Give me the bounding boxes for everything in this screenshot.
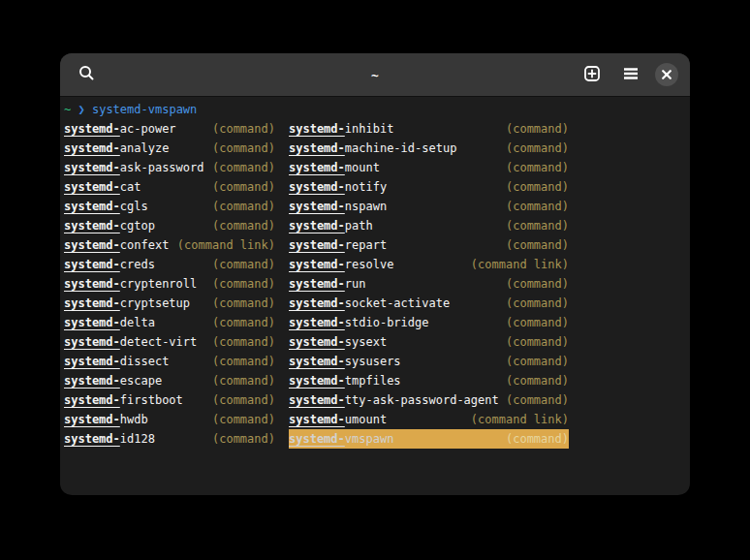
completion-item: systemd-confext(command link) (64, 235, 275, 255)
terminal-screen[interactable]: ~ ❯ systemd-vmspawn systemd-ac-power(com… (60, 97, 690, 494)
completion-row: systemd-cgtop(command)systemd-path(comma… (64, 216, 686, 235)
completion-item: systemd-detect-virt(command) (64, 332, 275, 352)
completion-item: systemd-umount(command link) (289, 410, 569, 429)
completion-item: systemd-tmpfiles(command) (289, 371, 569, 390)
completion-row: systemd-detect-virt(command)systemd-syse… (64, 332, 686, 352)
completion-row: systemd-cgls(command)systemd-nspawn(comm… (64, 197, 686, 216)
menu-icon (623, 67, 639, 83)
completion-list: systemd-ac-power(command)systemd-inhibit… (64, 119, 686, 449)
completion-item: systemd-analyze(command) (64, 139, 275, 158)
new-tab-button[interactable] (578, 60, 607, 89)
completion-item: systemd-notify(command) (289, 177, 569, 197)
new-tab-icon (583, 65, 601, 85)
menu-button[interactable] (616, 60, 645, 89)
completion-row: systemd-confext(command link)systemd-rep… (64, 235, 686, 255)
completion-item: systemd-nspawn(command) (289, 197, 569, 216)
terminal-window: ~ (60, 53, 690, 495)
completion-item: systemd-firstboot(command) (64, 390, 275, 410)
completion-item: systemd-repart(command) (289, 235, 569, 255)
close-icon (662, 68, 672, 82)
completion-row: systemd-cat(command)systemd-notify(comma… (64, 177, 686, 197)
completion-row: systemd-hwdb(command)systemd-umount(comm… (64, 410, 686, 429)
completion-row: systemd-escape(command)systemd-tmpfiles(… (64, 371, 686, 390)
completion-item: systemd-dissect(command) (64, 352, 275, 371)
completion-row: systemd-dissect(command)systemd-sysusers… (64, 352, 686, 371)
completion-item: systemd-sysusers(command) (289, 352, 569, 371)
completion-item: systemd-cgls(command) (64, 197, 275, 216)
completion-item: systemd-inhibit(command) (289, 119, 569, 139)
completion-item: systemd-hwdb(command) (64, 410, 275, 429)
completion-row: systemd-delta(command)systemd-stdio-brid… (64, 313, 686, 332)
completion-item: systemd-machine-id-setup(command) (289, 139, 569, 158)
completion-item-selected: systemd-vmspawn(command) (289, 429, 569, 449)
completion-item: systemd-cryptenroll(command) (64, 274, 275, 294)
completion-row: systemd-cryptenroll(command)systemd-run(… (64, 274, 686, 294)
search-button[interactable] (72, 60, 101, 89)
completion-item: systemd-tty-ask-password-agent(command) (289, 390, 569, 410)
close-button[interactable] (655, 63, 678, 86)
completion-item: systemd-mount(command) (289, 158, 569, 177)
completion-item: systemd-path(command) (289, 216, 569, 235)
completion-row: systemd-ac-power(command)systemd-inhibit… (64, 119, 686, 139)
completion-item: systemd-cgtop(command) (64, 216, 275, 235)
prompt-input: systemd-vmspawn (92, 103, 197, 116)
completion-row: systemd-creds(command)systemd-resolve(co… (64, 255, 686, 274)
completion-row: systemd-firstboot(command)systemd-tty-as… (64, 390, 686, 410)
prompt-line: ~ ❯ systemd-vmspawn (64, 100, 686, 119)
completion-item: systemd-cat(command) (64, 177, 275, 197)
completion-item: systemd-escape(command) (64, 371, 275, 390)
headerbar: ~ (60, 53, 690, 97)
completion-row: systemd-cryptsetup(command)systemd-socke… (64, 294, 686, 313)
prompt-symbol: ❯ (78, 103, 84, 116)
completion-item: systemd-resolve(command link) (289, 255, 569, 274)
completion-item: systemd-sysext(command) (289, 332, 569, 352)
completion-item: systemd-creds(command) (64, 255, 275, 274)
search-icon (78, 65, 95, 84)
completion-row: systemd-analyze(command)systemd-machine-… (64, 139, 686, 158)
completion-item: systemd-socket-activate(command) (289, 294, 569, 313)
completion-item: systemd-id128(command) (64, 429, 275, 449)
completion-item: systemd-delta(command) (64, 313, 275, 332)
completion-item: systemd-stdio-bridge(command) (289, 313, 569, 332)
completion-item: systemd-ask-password(command) (64, 158, 275, 177)
completion-row: systemd-id128(command)systemd-vmspawn(co… (64, 429, 686, 449)
completion-item: systemd-ac-power(command) (64, 119, 275, 139)
completion-item: systemd-cryptsetup(command) (64, 294, 275, 313)
completion-item: systemd-run(command) (289, 274, 569, 294)
completion-row: systemd-ask-password(command)systemd-mou… (64, 158, 686, 177)
